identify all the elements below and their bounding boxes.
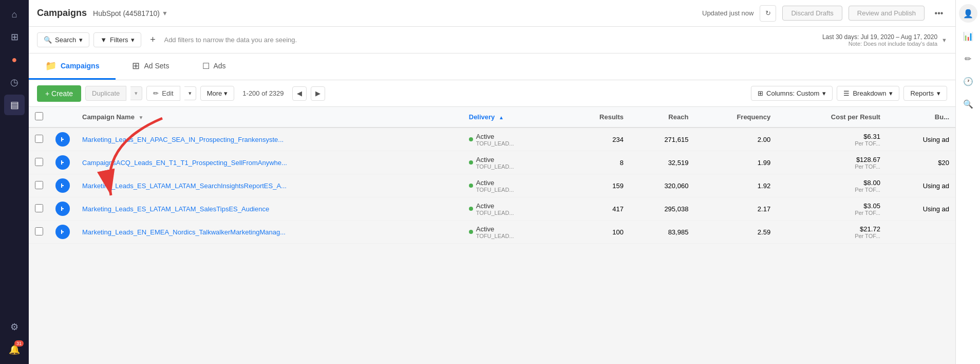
refresh-button[interactable]: ↻ (760, 5, 776, 22)
account-chevron-icon: ▼ (162, 10, 168, 17)
main-content: Campaigns HubSpot (44581710) ▼ Updated j… (29, 0, 955, 364)
row-budget-cell (887, 221, 955, 244)
account-name: HubSpot (44581710) (93, 9, 160, 17)
cost-value: $6.31 (783, 133, 880, 140)
tab-ads[interactable]: ☐ Ads (186, 53, 242, 80)
duplicate-button[interactable]: Duplicate (85, 86, 126, 101)
adsets-tab-label: Ad Sets (144, 62, 169, 70)
cost-value: $8.00 (783, 179, 880, 187)
more-button[interactable]: More ▾ (200, 86, 235, 101)
table-row: Marketing_Leads_ES_LATAM_LATAM_SalesTips… (29, 197, 955, 221)
more-chevron-icon: ▾ (224, 89, 228, 97)
reports-label: Reports (910, 89, 934, 97)
budget-header: Bu... (887, 107, 955, 128)
search-button[interactable]: 🔍 Search ▾ (37, 32, 89, 47)
delivery-text: Active (476, 133, 514, 140)
row-checkbox-4[interactable] (35, 227, 43, 235)
delivery-sub-text: TOFU_LEAD... (476, 140, 514, 147)
edit-icon: ✏ (153, 89, 159, 97)
cost-per-result-header: Cost per Result (777, 107, 887, 128)
icon-column-header (49, 107, 76, 128)
tab-adsets[interactable]: ⊞ Ad Sets (116, 53, 185, 80)
row-icon-cell (49, 174, 76, 197)
sidebar-icon-clock[interactable]: ◷ (4, 72, 25, 93)
campaigns-table: Campaign Name ▼ Delivery ▲ Results Reach… (29, 107, 955, 244)
campaign-name-sort-icon[interactable]: ▼ (139, 115, 144, 120)
right-sidebar-icon-person[interactable]: 👤 (959, 4, 977, 23)
columns-button[interactable]: ⊞ Columns: Custom ▾ (751, 86, 833, 101)
status-dot (469, 137, 473, 141)
previous-page-button[interactable]: ◀ (292, 86, 307, 101)
delivery-status: Active TOFU_LEAD... (469, 156, 559, 170)
select-all-header (29, 107, 49, 128)
delivery-status: Active TOFU_LEAD... (469, 133, 559, 147)
search-label: Search (55, 36, 76, 44)
toolbar: + Create Duplicate ▾ ✏ Edit ▾ More ▾ 1-2… (29, 80, 955, 107)
row-results-cell: 417 (565, 197, 630, 221)
sidebar-icon-grid[interactable]: ⊞ (4, 27, 25, 47)
date-range-selector[interactable]: Last 30 days: Jul 19, 2020 – Aug 17, 202… (822, 33, 937, 47)
row-checkbox-3[interactable] (35, 204, 43, 212)
breakdown-button[interactable]: ☰ Breakdown ▾ (837, 86, 899, 101)
campaign-icon (55, 132, 70, 147)
duplicate-dropdown-button[interactable]: ▾ (130, 86, 142, 100)
select-all-checkbox[interactable] (35, 112, 43, 120)
right-sidebar-icon-chart[interactable]: 📊 (959, 27, 977, 45)
right-sidebar-icon-clock[interactable]: 🕐 (959, 72, 977, 90)
sidebar-icon-hubspot[interactable]: ● (4, 49, 25, 70)
cost-value: $21.72 (783, 225, 880, 233)
row-name-cell: Marketing_Leads_ES_LATAM_LATAM_SearchIns… (76, 174, 463, 197)
row-checkbox-2[interactable] (35, 181, 43, 189)
row-delivery-cell: Active TOFU_LEAD... (463, 221, 565, 244)
campaign-name-link[interactable]: Marketing_Leads_ES_LATAM_LATAM_SalesTips… (82, 205, 269, 213)
next-page-button[interactable]: ▶ (311, 86, 325, 101)
row-checkbox-0[interactable] (35, 135, 43, 143)
right-sidebar-icon-search[interactable]: 🔍 (959, 95, 977, 113)
filter-bar: 🔍 Search ▾ ▼ Filters ▾ + Add filters to … (29, 27, 955, 53)
right-sidebar-icon-pencil[interactable]: ✏ (959, 49, 977, 68)
row-checkbox-cell (29, 221, 49, 244)
account-selector[interactable]: HubSpot (44581710) ▼ (93, 9, 168, 17)
sidebar-icon-settings[interactable]: ⚙ (4, 317, 25, 337)
row-cost-cell: $21.72 Per TOF... (777, 221, 887, 244)
sidebar-icon-notifications[interactable]: 🔔 31 (4, 339, 25, 360)
campaign-name-link[interactable]: CampaignsACQ_Leads_EN_T1_T1_Prospecting_… (82, 159, 287, 167)
row-checkbox-1[interactable] (35, 158, 43, 166)
cost-sub-text: Per TOF... (783, 163, 880, 170)
edit-dropdown-button[interactable]: ▾ (184, 86, 196, 100)
reports-button[interactable]: Reports ▾ (903, 86, 947, 101)
row-name-cell: CampaignsACQ_Leads_EN_T1_T1_Prospecting_… (76, 151, 463, 174)
table-row: CampaignsACQ_Leads_EN_T1_T1_Prospecting_… (29, 151, 955, 174)
create-button[interactable]: + Create (37, 85, 81, 102)
filters-button[interactable]: ▼ Filters ▾ (93, 32, 141, 47)
row-name-cell: Marketing_Leads_EN_EMEA_Nordics_Talkwalk… (76, 221, 463, 244)
discard-drafts-button[interactable]: Discard Drafts (782, 6, 842, 21)
sidebar-icon-table[interactable]: ▤ (4, 95, 25, 115)
add-filter-button[interactable]: + (145, 33, 160, 47)
tab-navigation: 📁 Campaigns ⊞ Ad Sets ☐ Ads (29, 53, 955, 80)
pagination-info: 1-200 of 2329 (242, 89, 284, 97)
row-checkbox-cell (29, 174, 49, 197)
delivery-sort-icon[interactable]: ▲ (499, 115, 504, 120)
campaign-name-link[interactable]: Marketing_Leads_EN_EMEA_Nordics_Talkwalk… (82, 228, 286, 236)
campaign-name-link[interactable]: Marketing_Leads_EN_APAC_SEA_IN_Prospecti… (82, 136, 284, 143)
sidebar-icon-home[interactable]: ⌂ (4, 4, 25, 25)
delivery-text: Active (476, 179, 514, 187)
columns-label: Columns: Custom (766, 89, 819, 97)
status-dot (469, 184, 473, 188)
delivery-status: Active TOFU_LEAD... (469, 202, 559, 216)
header-more-button[interactable]: ••• (931, 5, 947, 22)
row-budget-cell: Using ad (887, 197, 955, 221)
tab-campaigns[interactable]: 📁 Campaigns (29, 53, 116, 80)
row-budget-cell: Using ad (887, 174, 955, 197)
campaign-name-link[interactable]: Marketing_Leads_ES_LATAM_LATAM_SearchIns… (82, 182, 287, 190)
row-results-cell: 159 (565, 174, 630, 197)
search-chevron-icon: ▾ (79, 36, 83, 44)
review-publish-button[interactable]: Review and Publish (849, 6, 925, 21)
row-frequency-cell: 2.59 (694, 221, 777, 244)
edit-button[interactable]: ✏ Edit (146, 86, 180, 101)
campaign-icon (55, 178, 70, 193)
row-icon-cell (49, 128, 76, 151)
notification-badge: 31 (14, 340, 24, 347)
row-name-cell: Marketing_Leads_ES_LATAM_LATAM_SalesTips… (76, 197, 463, 221)
